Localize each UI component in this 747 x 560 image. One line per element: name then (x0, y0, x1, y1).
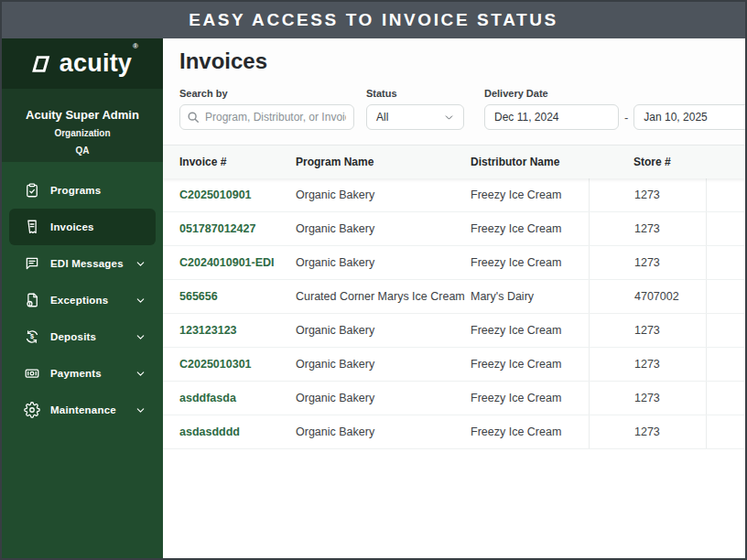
invoice-link[interactable]: asddfasda (179, 382, 296, 415)
banknote-icon (24, 365, 40, 382)
row-tail-cell (707, 415, 745, 448)
sidebar-item-exceptions[interactable]: Exceptions (9, 282, 156, 318)
search-input[interactable] (179, 104, 354, 130)
search-group: Search by (179, 88, 354, 130)
delivery-date-group: Delivery Date - (484, 88, 745, 130)
invoice-link[interactable]: 051787012427 (179, 212, 296, 245)
store-number-cell: 1273 (589, 314, 707, 347)
distributor-name-cell: Freezy Ice Cream (471, 314, 589, 347)
chat-message-icon (24, 255, 40, 272)
date-range-separator: - (624, 111, 628, 124)
table-row: C2025010301Organic BakeryFreezy Ice Crea… (163, 348, 745, 382)
program-name-cell: Organic Bakery (296, 415, 471, 448)
brand-name: acuity® (60, 51, 137, 76)
table-row: C2024010901-EDIOrganic BakeryFreezy Ice … (163, 246, 745, 280)
table-row: asdasddddOrganic BakeryFreezy Ice Cream1… (163, 415, 745, 449)
chevron-down-icon[interactable] (135, 258, 146, 270)
app-window: EASY ACCESS TO INVOICE STATUS acuity® Ac… (0, 0, 747, 560)
program-name-cell: Curated Corner Marys Ice Cream (296, 280, 471, 313)
distributor-name-cell: Freezy Ice Cream (471, 348, 589, 381)
date-from-input[interactable] (484, 104, 619, 130)
table-header: Invoice # Program Name Distributor Name … (163, 145, 745, 178)
program-name-cell: Organic Bakery (296, 382, 471, 415)
distributor-name-cell: Mary's Dairy (471, 280, 589, 313)
store-number-cell: 4707002 (589, 280, 707, 313)
sidebar-item-maintenance[interactable]: Maintenance (9, 392, 156, 428)
status-group: Status All (366, 88, 464, 130)
sidebar-item-label: Deposits (50, 331, 96, 342)
row-tail-cell (707, 348, 745, 381)
table-row: 565656Curated Corner Marys Ice CreamMary… (163, 280, 745, 314)
chevron-down-icon[interactable] (135, 295, 146, 307)
store-number-cell: 1273 (589, 246, 707, 279)
store-number-cell: 1273 (589, 382, 707, 415)
table-row: 051787012427Organic BakeryFreezy Ice Cre… (163, 212, 745, 246)
program-name-cell: Organic Bakery (296, 314, 471, 347)
svg-text:$: $ (30, 333, 34, 340)
promo-banner: EASY ACCESS TO INVOICE STATUS (2, 2, 745, 38)
distributor-name-cell: Freezy Ice Cream (471, 178, 589, 211)
row-tail-cell (707, 246, 745, 279)
sidebar-item-payments[interactable]: Payments (9, 355, 156, 392)
chevron-down-icon[interactable] (135, 404, 146, 416)
sidebar: acuity® Acuity Super Admin Organization … (2, 38, 163, 558)
sidebar-item-label: Payments (50, 368, 102, 379)
row-tail-cell (707, 212, 745, 245)
account-panel: Acuity Super Admin Organization QA (2, 89, 163, 162)
registered-mark: ® (133, 42, 138, 50)
column-header-store: Store # (589, 156, 707, 168)
sidebar-item-label: Invoices (50, 221, 94, 232)
account-name: Acuity Super Admin (2, 108, 163, 122)
invoice-link[interactable]: C2024010901-EDI (179, 246, 296, 279)
row-tail-cell (707, 382, 745, 415)
sidebar-item-label: Maintenance (50, 404, 116, 415)
search-label: Search by (179, 88, 354, 99)
program-name-cell: Organic Bakery (296, 178, 471, 211)
program-name-cell: Organic Bakery (296, 212, 471, 245)
banner-title: EASY ACCESS TO INVOICE STATUS (189, 10, 558, 30)
table-row: 123123123Organic BakeryFreezy Ice Cream1… (163, 314, 745, 348)
account-org-label: Organization (2, 128, 163, 138)
invoice-link[interactable]: C2025010301 (179, 348, 296, 381)
brand-logo[interactable]: acuity® (2, 38, 163, 89)
status-select[interactable]: All (366, 104, 464, 130)
status-label: Status (366, 88, 464, 99)
clipboard-check-icon (24, 182, 40, 199)
row-tail-cell (707, 280, 745, 313)
row-tail-cell (707, 314, 745, 347)
sidebar-item-label: Exceptions (50, 295, 108, 306)
gear-icon (24, 402, 40, 418)
date-to-input[interactable] (633, 104, 745, 130)
table-body: C2025010901Organic BakeryFreezy Ice Crea… (163, 178, 745, 449)
invoice-receipt-icon (24, 219, 40, 235)
program-name-cell: Organic Bakery (296, 348, 471, 381)
row-tail-cell (707, 178, 745, 211)
distributor-name-cell: Freezy Ice Cream (471, 382, 589, 415)
sidebar-item-invoices[interactable]: Invoices (9, 209, 156, 245)
main-content: Invoices Search by Status All (163, 38, 745, 558)
invoice-link[interactable]: 565656 (179, 280, 296, 313)
invoice-link[interactable]: C2025010901 (179, 178, 296, 211)
delivery-date-label: Delivery Date (484, 88, 745, 99)
status-value: All (376, 111, 388, 124)
store-number-cell: 1273 (589, 348, 707, 381)
store-number-cell: 1273 (589, 178, 707, 211)
column-header-invoice: Invoice # (179, 156, 296, 168)
chevron-down-icon[interactable] (135, 368, 146, 380)
sidebar-nav: Programs Invoices EDI Messages (2, 162, 163, 558)
account-org-value: QA (2, 145, 163, 156)
chevron-down-icon[interactable] (135, 331, 146, 343)
invoice-link[interactable]: asdasdddd (179, 415, 296, 448)
distributor-name-cell: Freezy Ice Cream (471, 415, 589, 448)
sidebar-item-edi-messages[interactable]: EDI Messages (9, 245, 156, 282)
table-row: asddfasdaOrganic BakeryFreezy Ice Cream1… (163, 382, 745, 415)
logo-mark-icon (27, 53, 53, 75)
invoice-link[interactable]: 123123123 (179, 314, 296, 347)
store-number-cell: 1273 (589, 415, 707, 448)
sidebar-item-label: Programs (50, 185, 101, 196)
sidebar-item-programs[interactable]: Programs (9, 172, 156, 209)
deposit-cycle-icon: $ (24, 328, 40, 345)
column-header-distributor: Distributor Name (471, 156, 589, 168)
sidebar-item-deposits[interactable]: $ Deposits (9, 318, 156, 355)
filters-panel: Invoices Search by Status All (163, 38, 745, 145)
